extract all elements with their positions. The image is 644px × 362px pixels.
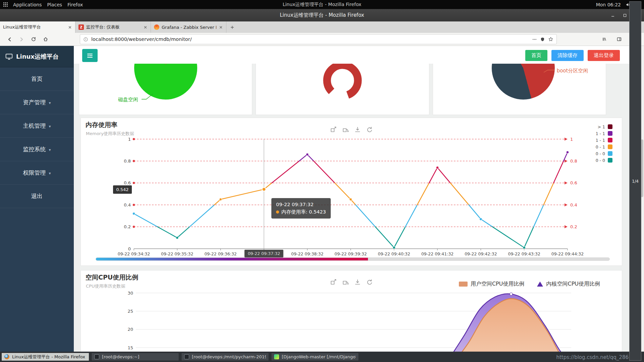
data-zoom-slider[interactable] bbox=[96, 257, 610, 261]
chevron-down-icon: ▾ bbox=[49, 147, 51, 152]
toolbox-save-image-icon[interactable] bbox=[354, 126, 361, 133]
taskbar-window-label: [root@devops:~] bbox=[102, 354, 139, 359]
taskbar-window-button[interactable]: [root@devops:~] bbox=[91, 353, 179, 361]
tab-close-icon[interactable] bbox=[143, 25, 148, 29]
active-window-title: Linux运维管理平台 - Mozilla Firefox bbox=[283, 2, 362, 8]
sidebar-item-2[interactable]: 资产管理▾ bbox=[0, 91, 74, 114]
y-axis-tick-label: 30 bbox=[127, 291, 133, 296]
legend-item[interactable]: 内核空间CPU使用比例 bbox=[537, 281, 600, 288]
data-point[interactable] bbox=[436, 166, 439, 169]
menu-applications[interactable]: Applications bbox=[13, 2, 42, 7]
taskbar-window-button[interactable]: [root@devops:/mnt/pycharm-2019... bbox=[181, 353, 269, 361]
new-tab-button[interactable] bbox=[226, 21, 238, 33]
clock[interactable]: Mon 06:22 bbox=[596, 2, 621, 7]
sidebar-toggle-button[interactable] bbox=[82, 49, 98, 62]
page-actions-icon[interactable] bbox=[532, 37, 537, 42]
data-point[interactable] bbox=[132, 213, 135, 215]
cpu-usage-chart-card: 空间CPU使用比例 CPU使用率历史数据 用户空间CPU使用比例内核空间CPU使… bbox=[80, 270, 622, 352]
data-point[interactable] bbox=[480, 218, 482, 221]
markline-dot bbox=[133, 204, 135, 206]
sidebar-item-1[interactable]: 首页 bbox=[0, 67, 74, 91]
clear-cache-button[interactable]: 清除缓存 bbox=[551, 50, 584, 61]
visualmap-piece[interactable]: 0 - 1 bbox=[596, 143, 612, 150]
url-text[interactable]: localhost:8000/webserver/cmdb/monitor/ bbox=[91, 37, 529, 42]
data-point[interactable] bbox=[176, 237, 179, 239]
browser-tab[interactable]: Grafana - Zabbix Server D bbox=[151, 21, 226, 33]
bookmark-star-icon[interactable] bbox=[548, 37, 553, 42]
logout-button[interactable]: 退出登录 bbox=[588, 50, 620, 61]
tooltip-value: 内存使用率: 0.5423 bbox=[281, 209, 326, 215]
data-point[interactable] bbox=[306, 153, 309, 156]
sidebar-item-label: 权限管理 bbox=[23, 169, 46, 177]
x-axis-label: 09-22 09:41:32 bbox=[421, 251, 453, 256]
back-button[interactable] bbox=[4, 34, 15, 44]
url-bar[interactable]: localhost:8000/webserver/cmdb/monitor/ bbox=[80, 34, 557, 44]
sidebar-item-6[interactable]: 退出 bbox=[0, 185, 74, 208]
tab-close-icon[interactable] bbox=[68, 25, 72, 29]
data-point[interactable] bbox=[350, 198, 352, 201]
y-axis-tick-label: 20 bbox=[127, 327, 133, 332]
visualmap-piece[interactable]: 1 - 1 bbox=[596, 130, 612, 137]
toolbox-refresh-icon[interactable] bbox=[366, 279, 373, 286]
browser-tab[interactable]: Z监控平台: 仪表板 bbox=[75, 21, 151, 33]
toolbox-datazoom-icon[interactable] bbox=[330, 126, 337, 133]
terminal-icon bbox=[184, 354, 189, 359]
data-point[interactable] bbox=[219, 198, 222, 201]
toolbox-refresh-icon[interactable] bbox=[366, 126, 373, 133]
toolbox-restore-icon[interactable] bbox=[342, 126, 349, 133]
tracking-shield-icon[interactable] bbox=[540, 37, 545, 42]
monitor-icon bbox=[5, 53, 13, 60]
window-titlebar[interactable]: Linux运维管理平台 - Mozilla Firefox bbox=[0, 9, 644, 21]
markline-dot bbox=[133, 138, 135, 140]
taskbar-window-button[interactable]: Linux运维管理平台 - Mozilla Firefox bbox=[1, 353, 89, 361]
workspace-indicator[interactable]: 1/4 bbox=[629, 1, 641, 361]
line-segment bbox=[534, 205, 544, 227]
taskbar-window-label: [root@devops:/mnt/pycharm-2019... bbox=[192, 354, 266, 359]
ring-chart[interactable] bbox=[322, 64, 363, 102]
visualmap-piece[interactable]: 0 - 0 bbox=[596, 157, 612, 164]
data-point[interactable] bbox=[566, 151, 569, 154]
markline-label: 0.6 bbox=[570, 180, 577, 185]
data-point[interactable] bbox=[523, 246, 526, 249]
site-info-icon[interactable] bbox=[83, 37, 88, 42]
markline-dot bbox=[133, 226, 135, 228]
toolbox-save-image-icon[interactable] bbox=[354, 279, 361, 286]
toolbox-datazoom-icon[interactable] bbox=[330, 279, 337, 286]
taskbar-window-button[interactable]: [DjangoWeb-master [/mnt/DjangoW... bbox=[271, 353, 359, 361]
visualmap-piece-swatch bbox=[608, 151, 612, 156]
forward-button[interactable] bbox=[16, 34, 27, 44]
sidebars-icon[interactable] bbox=[614, 34, 625, 44]
x-axis-label: 09-22 09:36:32 bbox=[204, 251, 236, 256]
data-point[interactable] bbox=[262, 187, 266, 191]
legend-item[interactable]: 用户空间CPU使用比例 bbox=[459, 281, 525, 288]
menu-places[interactable]: Places bbox=[47, 2, 62, 7]
x-axis-label: 09-22 09:44:32 bbox=[551, 251, 584, 256]
minimize-icon[interactable] bbox=[610, 12, 616, 18]
boot-pie-label: boot分区空闲 bbox=[557, 68, 588, 74]
data-point[interactable] bbox=[393, 246, 395, 249]
home-icon[interactable] bbox=[40, 34, 51, 44]
sidebar-item-label: 退出 bbox=[31, 192, 43, 200]
series-dot-icon bbox=[276, 210, 279, 214]
visualmap-piece[interactable]: > 1 bbox=[596, 123, 612, 130]
menu-firefox[interactable]: Firefox bbox=[67, 2, 83, 7]
visualmap-piece[interactable]: 0 - 0 bbox=[596, 150, 612, 157]
sidebar-item-5[interactable]: 权限管理▾ bbox=[0, 161, 74, 185]
sidebar-item-4[interactable]: 监控系统▾ bbox=[0, 138, 74, 161]
y-axis-tick-label: 1 bbox=[128, 137, 131, 142]
reload-button[interactable] bbox=[28, 34, 39, 44]
browser-tab[interactable]: Linux运维管理平台 bbox=[0, 21, 75, 33]
maximize-icon[interactable] bbox=[622, 12, 628, 18]
visualmap-piece[interactable]: 1 - 1 bbox=[596, 137, 612, 143]
tab-close-icon[interactable] bbox=[219, 25, 223, 29]
toolbox-restore-icon[interactable] bbox=[342, 279, 349, 286]
line-segment bbox=[469, 205, 481, 219]
sidebar-item-3[interactable]: 主机管理▾ bbox=[0, 114, 74, 138]
memory-line-chart[interactable]: 0.20.40.60.8100.20.40.60.8109-22 09:34:3… bbox=[81, 118, 623, 266]
line-segment bbox=[351, 199, 356, 205]
tab-strip: Linux运维管理平台Z监控平台: 仪表板Grafana - Zabbix Se… bbox=[0, 21, 644, 33]
home-button[interactable]: 首页 bbox=[525, 50, 547, 61]
markline-label: 0.2 bbox=[570, 224, 577, 229]
library-icon[interactable] bbox=[599, 34, 610, 44]
disk-pie-card: 磁盘空闲 bbox=[79, 64, 252, 115]
